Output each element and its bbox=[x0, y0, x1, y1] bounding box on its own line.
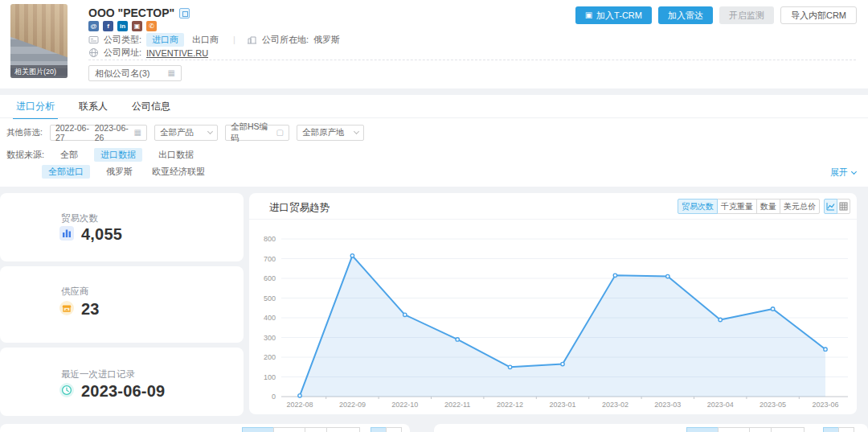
date-start: 2022-06-27 bbox=[55, 123, 91, 142]
chart-header: 进口贸易趋势 贸易次数 千克重量 数量 美元总价 bbox=[249, 193, 857, 220]
sub-source-eaeu[interactable]: 欧亚经济联盟 bbox=[149, 165, 208, 179]
tcrm-icon: ▣ bbox=[585, 11, 592, 19]
data-source-label: 数据来源: bbox=[6, 149, 44, 161]
metric-toggle-group: 贸易次数 千克重量 数量 美元总价 bbox=[678, 199, 820, 214]
toggle-button[interactable] bbox=[326, 427, 360, 432]
facebook-icon[interactable]: f bbox=[103, 21, 113, 31]
sub-source-all-imports[interactable]: 全部进口 bbox=[42, 165, 90, 179]
source-all[interactable]: 全部 bbox=[57, 148, 81, 162]
stat-value: 2023-06-09 bbox=[81, 382, 165, 401]
svg-text:2023-01: 2023-01 bbox=[549, 401, 575, 409]
view-toggle-group bbox=[824, 199, 850, 214]
tab-import-analysis[interactable]: 进口分析 bbox=[14, 95, 56, 118]
building-icon bbox=[247, 35, 257, 45]
stat-label: 最近一次进口记录 bbox=[61, 368, 135, 381]
toggle-button[interactable] bbox=[686, 427, 719, 432]
svg-text:600: 600 bbox=[264, 274, 276, 282]
stat-label: 供应商 bbox=[61, 286, 89, 298]
website-link[interactable]: INVENTIVE.RU bbox=[146, 48, 208, 58]
social-links: @ f in ▣ ✆ bbox=[88, 21, 157, 31]
date-end: 2023-06-26 bbox=[95, 123, 130, 142]
related-images-label[interactable]: 相关图片(20) bbox=[10, 65, 68, 78]
product-select[interactable]: 全部产品 bbox=[154, 125, 218, 141]
tab-contacts[interactable]: 联系人 bbox=[77, 95, 109, 118]
importer-tag[interactable]: 进口商 bbox=[146, 33, 184, 47]
panel-icon: ▢ bbox=[276, 129, 283, 137]
sub-source-russia[interactable]: 俄罗斯 bbox=[103, 165, 136, 179]
svg-text:700: 700 bbox=[264, 255, 276, 263]
company-type-label: 公司类型: bbox=[104, 34, 141, 46]
svg-text:300: 300 bbox=[264, 334, 276, 342]
linkedin-icon[interactable]: in bbox=[117, 21, 128, 31]
toggle-button[interactable] bbox=[749, 427, 772, 432]
phone-icon[interactable]: ✆ bbox=[146, 21, 157, 31]
line-chart-view-button[interactable] bbox=[371, 427, 387, 432]
id-card-icon bbox=[88, 35, 99, 45]
line-chart-view-button[interactable] bbox=[823, 427, 839, 432]
company-photo[interactable]: 相关图片(20) bbox=[10, 4, 68, 78]
svg-text:2022-12: 2022-12 bbox=[497, 401, 523, 409]
at-icon[interactable]: @ bbox=[88, 21, 99, 31]
toggle-button[interactable] bbox=[273, 427, 305, 432]
toggle-usd-total[interactable]: 美元总价 bbox=[780, 199, 820, 214]
clock-icon bbox=[59, 383, 74, 401]
svg-text:2022-08: 2022-08 bbox=[286, 401, 313, 409]
tab-company-info[interactable]: 公司信息 bbox=[130, 95, 172, 118]
source-export-data[interactable]: 出口数据 bbox=[155, 148, 197, 162]
add-to-radar-button[interactable]: 加入雷达 bbox=[658, 6, 713, 24]
toggle-trade-count[interactable]: 贸易次数 bbox=[678, 199, 718, 214]
chevron-down-icon bbox=[354, 129, 359, 134]
exporter-tag[interactable]: 出口商 bbox=[189, 33, 222, 47]
add-to-tcrm-button[interactable]: ▣ 加入T-CRM bbox=[575, 6, 652, 24]
svg-text:800: 800 bbox=[264, 235, 276, 243]
website-label: 公司网址: bbox=[104, 47, 141, 59]
table-view-button[interactable] bbox=[838, 427, 854, 432]
toggle-button[interactable] bbox=[242, 427, 274, 432]
origin-select[interactable]: 全部原产地 bbox=[297, 125, 364, 141]
svg-text:400: 400 bbox=[264, 314, 276, 322]
date-range-picker[interactable]: 2022-06-27 2023-06-26 ▦ bbox=[50, 125, 147, 141]
svg-text:2023-04: 2023-04 bbox=[707, 401, 734, 409]
company-name: OOO "PECTOP" bbox=[88, 6, 174, 19]
calendar-icon: ▦ bbox=[133, 129, 141, 137]
import-trend-line-chart[interactable]: 01002003004005006007008002022-082022-092… bbox=[249, 220, 857, 414]
toggle-button[interactable] bbox=[771, 427, 805, 432]
svg-text:0: 0 bbox=[272, 393, 276, 401]
bottom-right-card bbox=[434, 424, 868, 432]
header-actions: ▣ 加入T-CRM 加入雷达 开启监测 导入内部CRM bbox=[575, 6, 857, 24]
svg-text:100: 100 bbox=[264, 373, 276, 381]
toggle-quantity[interactable]: 数量 bbox=[756, 199, 780, 214]
location-label: 公司所在地: bbox=[262, 34, 309, 46]
stat-value: 23 bbox=[81, 300, 100, 319]
stat-value: 4,055 bbox=[81, 225, 122, 244]
similar-companies-select[interactable]: 相似公司名(3) ▦ bbox=[88, 65, 182, 81]
table-view-button[interactable] bbox=[386, 427, 402, 432]
bottom-left-card bbox=[0, 424, 410, 432]
source-import-data[interactable]: 进口数据 bbox=[94, 148, 142, 162]
copy-icon[interactable] bbox=[179, 8, 190, 19]
expand-toggle[interactable]: 展开 bbox=[830, 167, 856, 179]
toggle-button[interactable] bbox=[305, 427, 327, 432]
analysis-panel: 进口分析 联系人 公司信息 其他筛选: 2022-06-27 2023-06-2… bbox=[0, 95, 868, 187]
svg-text:2023-03: 2023-03 bbox=[654, 401, 681, 409]
toggle-kg-weight[interactable]: 千克重量 bbox=[717, 199, 757, 214]
similar-companies-label: 相似公司名(3) bbox=[95, 68, 149, 80]
svg-text:2022-11: 2022-11 bbox=[444, 401, 470, 409]
view-toggle-group bbox=[824, 427, 854, 432]
suppliers-card: 供应商 23 bbox=[0, 266, 244, 343]
other-filters-label: 其他筛选: bbox=[6, 127, 43, 138]
shop-icon bbox=[59, 301, 74, 319]
trade-count-card: 贸易次数 4,055 bbox=[0, 193, 244, 261]
hs-code-select[interactable]: 全部HS编码 ▢ bbox=[225, 125, 289, 141]
svg-text:2022-10: 2022-10 bbox=[391, 401, 418, 409]
start-monitoring-button[interactable]: 开启监测 bbox=[719, 6, 774, 24]
divider: | bbox=[233, 35, 235, 44]
line-chart-view-button[interactable] bbox=[824, 199, 837, 214]
view-toggle-group bbox=[371, 427, 402, 432]
chart-title: 进口贸易趋势 bbox=[269, 201, 330, 215]
import-trend-card: 进口贸易趋势 贸易次数 千克重量 数量 美元总价 010020030040050… bbox=[249, 193, 857, 414]
instagram-icon[interactable]: ▣ bbox=[132, 21, 142, 31]
import-internal-crm-button[interactable]: 导入内部CRM bbox=[780, 6, 857, 24]
toggle-button[interactable] bbox=[718, 427, 750, 432]
table-view-button[interactable] bbox=[837, 199, 850, 214]
